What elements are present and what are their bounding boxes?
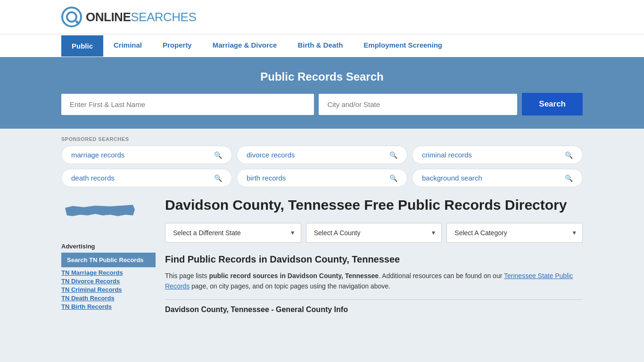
logo-icon bbox=[61, 7, 82, 27]
logo[interactable]: ONLINE SEARCHES bbox=[61, 7, 196, 27]
sponsored-tag-marriage[interactable]: marriage records 🔍 bbox=[61, 146, 232, 164]
sponsored-tag-death-text: death records bbox=[71, 174, 115, 182]
tennessee-map-svg bbox=[61, 197, 137, 234]
find-desc-1: This page lists bbox=[165, 272, 209, 280]
logo-online: ONLINE bbox=[86, 10, 131, 25]
sidebar-link-criminal[interactable]: TN Criminal Records bbox=[61, 286, 156, 293]
sponsored-tag-criminal[interactable]: criminal records 🔍 bbox=[412, 146, 583, 164]
page-title: Davidson County, Tennessee Free Public R… bbox=[165, 197, 583, 214]
sponsored-grid: marriage records 🔍 divorce records 🔍 cri… bbox=[61, 146, 583, 187]
sidebar-link-marriage[interactable]: TN Marriage Records bbox=[61, 269, 156, 276]
find-desc-bold: public record sources in Davidson County… bbox=[209, 272, 379, 280]
nav-item-criminal[interactable]: Criminal bbox=[103, 34, 152, 57]
find-desc-3: page, on city pages, and on topic pages … bbox=[190, 282, 390, 290]
main-column: Davidson County, Tennessee Free Public R… bbox=[165, 197, 583, 314]
search-button[interactable]: Search bbox=[522, 93, 583, 115]
nav-item-employment[interactable]: Employment Screening bbox=[353, 34, 453, 57]
sponsored-tag-criminal-text: criminal records bbox=[422, 151, 472, 159]
search-form: Search bbox=[61, 93, 583, 115]
location-input[interactable] bbox=[319, 94, 517, 115]
sidebar: Advertising Search TN Public Records TN … bbox=[61, 197, 156, 314]
find-desc-2: . Additional resources can be found on o… bbox=[379, 272, 504, 280]
sidebar-link-death[interactable]: TN Death Records bbox=[61, 295, 156, 302]
nav-item-birth-death[interactable]: Birth & Death bbox=[287, 34, 353, 57]
nav-item-property[interactable]: Property bbox=[152, 34, 202, 57]
county-dropdown-wrapper: Select A County ▼ bbox=[306, 223, 442, 243]
sponsored-tag-birth-text: birth records bbox=[247, 174, 286, 182]
county-dropdown[interactable]: Select A County bbox=[306, 223, 442, 243]
name-input[interactable] bbox=[61, 94, 314, 115]
search-icon-criminal: 🔍 bbox=[565, 151, 573, 159]
search-icon-divorce: 🔍 bbox=[389, 151, 397, 159]
sponsored-tag-background-text: background search bbox=[422, 174, 482, 182]
state-dropdown-wrapper: Select a Different State ▼ bbox=[165, 223, 301, 243]
sponsored-tag-marriage-text: marriage records bbox=[71, 151, 124, 159]
sidebar-link-divorce[interactable]: TN Divorce Records bbox=[61, 278, 156, 285]
logo-text: ONLINE SEARCHES bbox=[86, 10, 196, 25]
search-icon-marriage: 🔍 bbox=[214, 151, 222, 159]
search-banner-title: Public Records Search bbox=[61, 70, 583, 83]
advertising-label: Advertising bbox=[61, 243, 156, 250]
sponsored-tag-background[interactable]: background search 🔍 bbox=[412, 169, 583, 187]
sponsored-tag-divorce[interactable]: divorce records 🔍 bbox=[237, 146, 407, 164]
svg-marker-3 bbox=[65, 205, 135, 216]
search-icon-death: 🔍 bbox=[214, 174, 222, 182]
main-nav: Public Criminal Property Marriage & Divo… bbox=[0, 34, 644, 57]
sponsored-label: SPONSORED SEARCHES bbox=[61, 136, 583, 142]
section-divider bbox=[165, 299, 583, 300]
sponsored-tag-birth[interactable]: birth records 🔍 bbox=[237, 169, 407, 187]
county-info-title: Davidson County, Tennessee - General Cou… bbox=[165, 305, 583, 314]
find-title: Find Public Records in Davidson County, … bbox=[165, 254, 583, 265]
logo-searches: SEARCHES bbox=[131, 10, 196, 25]
svg-point-1 bbox=[67, 12, 76, 22]
main-content: SPONSORED SEARCHES marriage records 🔍 di… bbox=[0, 129, 644, 321]
sponsored-tag-death[interactable]: death records 🔍 bbox=[61, 169, 232, 187]
two-column-layout: Advertising Search TN Public Records TN … bbox=[61, 197, 583, 314]
state-map bbox=[61, 197, 156, 236]
find-description: This page lists public record sources in… bbox=[165, 271, 583, 292]
search-icon-background: 🔍 bbox=[565, 174, 573, 182]
sidebar-link-birth[interactable]: TN Birth Records bbox=[61, 303, 156, 310]
state-dropdown[interactable]: Select a Different State bbox=[165, 223, 301, 243]
dropdown-row: Select a Different State ▼ Select A Coun… bbox=[165, 223, 583, 243]
nav-item-marriage[interactable]: Marriage & Divorce bbox=[202, 34, 288, 57]
category-dropdown[interactable]: Select A Category bbox=[446, 223, 583, 243]
nav-item-public[interactable]: Public bbox=[61, 35, 103, 57]
sidebar-ad-highlighted[interactable]: Search TN Public Records bbox=[61, 253, 156, 267]
header: ONLINE SEARCHES bbox=[0, 0, 644, 34]
sponsored-tag-divorce-text: divorce records bbox=[247, 151, 295, 159]
category-dropdown-wrapper: Select A Category ▼ bbox=[446, 223, 583, 243]
search-icon-birth: 🔍 bbox=[389, 174, 397, 182]
search-banner: Public Records Search Search bbox=[0, 57, 644, 129]
